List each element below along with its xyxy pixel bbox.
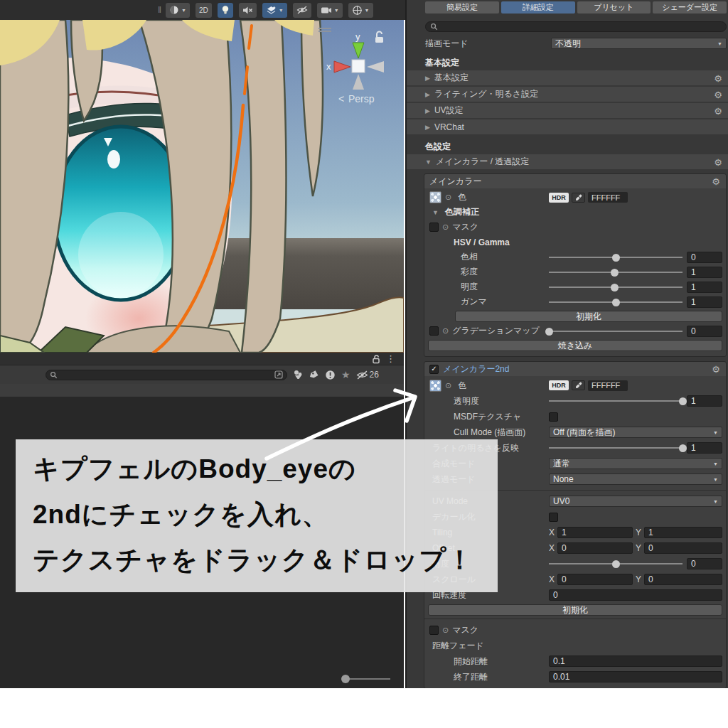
row-alpha-2nd-slider[interactable] [549, 395, 682, 407]
toolbar-drag-handle[interactable]: ‖ [158, 5, 160, 15]
camera-settings-button[interactable]: ▼ [317, 3, 343, 18]
row-saturation-slider[interactable] [549, 267, 682, 278]
row-offset-y-field[interactable]: 0 [644, 542, 722, 554]
row-light-brightness-value[interactable]: 1 [687, 442, 722, 454]
row-msdf-texture-checkbox[interactable] [549, 412, 558, 422]
row-offset-x-field[interactable]: 0 [557, 542, 633, 554]
row-gradation-map-value[interactable]: 0 [687, 326, 722, 337]
main-color-2nd-checkbox[interactable]: ✓ [429, 365, 439, 374]
row-angle-value[interactable]: 0 [687, 558, 722, 569]
row-fade-end-field[interactable]: 0.01 [549, 671, 722, 682]
main-color-foldout[interactable]: ▼ メインカラー / 透過設定 ⚙ [407, 154, 728, 169]
scene-lighting-button[interactable] [218, 3, 233, 18]
gear-icon[interactable]: ⚙ [714, 73, 722, 82]
hierarchy-search-input[interactable] [60, 370, 272, 379]
texture-thumbnail[interactable] [429, 191, 441, 203]
row-rotation-speed-field[interactable]: 0 [549, 589, 722, 601]
foldout-base-settings[interactable]: ▶基本設定⚙ [407, 70, 728, 85]
row-mask-2nd-checkbox[interactable] [429, 626, 439, 635]
hdr-button[interactable]: HDR [549, 193, 569, 203]
row-light-brightness-slider[interactable] [549, 442, 682, 454]
hdr-button[interactable]: HDR [549, 380, 569, 390]
row-tone-mask-checkbox[interactable] [429, 223, 439, 232]
main-color-header[interactable]: メインカラー ⚙ [424, 174, 726, 188]
slider-track[interactable] [549, 447, 682, 449]
expand-search-icon[interactable] [274, 370, 283, 379]
gear-icon[interactable]: ⚙ [714, 106, 722, 115]
gizmos-button[interactable]: ▼ [348, 3, 373, 18]
tab-2[interactable]: 詳細設定 [501, 1, 575, 14]
row-transparent-mode-dropdown[interactable]: None▼ [549, 473, 722, 485]
eyedropper-button[interactable] [572, 380, 585, 390]
rendering-mode-dropdown[interactable]: 不透明 ▼ [551, 38, 727, 49]
hidden-objects-button[interactable] [293, 3, 311, 18]
main-color-2nd-header[interactable]: ✓ メインカラー2nd ⚙ [424, 362, 726, 376]
slider-track[interactable] [549, 331, 682, 332]
slider-knob[interactable] [611, 284, 619, 291]
gear-icon[interactable]: ⚙ [712, 365, 720, 374]
gear-icon[interactable]: ⚙ [714, 90, 722, 99]
slider-knob[interactable] [679, 444, 687, 452]
row-hue-value[interactable]: 0 [687, 252, 722, 263]
mini-slider-track[interactable] [346, 678, 390, 680]
slider-knob[interactable] [612, 299, 620, 306]
row-tiling-y-field[interactable]: 1 [644, 527, 722, 538]
foldout-vrchat[interactable]: ▶VRChat [407, 119, 728, 134]
eyedropper-button[interactable] [572, 193, 585, 203]
gear-icon[interactable]: ⚙ [712, 177, 720, 186]
hex-color-field[interactable]: FFFFFF [588, 380, 628, 391]
inspector-search-input[interactable] [441, 23, 722, 31]
favorites-button[interactable]: ★ [341, 369, 350, 380]
row-brightness-slider[interactable] [549, 282, 682, 293]
slider-knob[interactable] [679, 397, 687, 405]
tab-4[interactable]: シェーダー設定 [653, 1, 727, 14]
row-fade-start-field[interactable]: 0.1 [549, 655, 722, 667]
lock-icon[interactable] [372, 355, 381, 364]
foldout-uv-settings[interactable]: ▶UV設定⚙ [407, 103, 728, 118]
row-brightness-value[interactable]: 1 [687, 282, 722, 293]
row-cull-mode-dropdown[interactable]: Off (両面を描画)▼ [549, 427, 722, 438]
row-uv-mode-dropdown[interactable]: UV0▼ [549, 496, 722, 507]
slider-knob[interactable] [612, 560, 620, 568]
filter-by-label-button[interactable] [309, 370, 319, 380]
row-alpha-2nd-value[interactable]: 1 [687, 395, 722, 407]
hierarchy-search[interactable] [46, 370, 287, 380]
effects-toggle-button[interactable]: ▼ [262, 3, 287, 18]
tab-3[interactable]: プリセット [577, 1, 651, 14]
row-scroll-y-field[interactable]: 0 [644, 574, 722, 585]
gear-icon[interactable]: ⚙ [714, 157, 722, 166]
inspector-search[interactable] [425, 21, 727, 32]
slider-knob[interactable] [545, 328, 553, 336]
slider-track[interactable] [549, 400, 682, 402]
row-bake-button[interactable]: 焼き込み [428, 340, 722, 351]
row-tiling-x-field[interactable]: 1 [557, 527, 633, 538]
row-hue-slider[interactable] [549, 252, 682, 263]
row-brightness-label: 明度 [461, 281, 478, 293]
row-gamma-slider[interactable] [549, 296, 682, 308]
filter-by-type-button[interactable] [293, 370, 304, 380]
foldout-lighting-settings[interactable]: ▶ライティング・明るさ設定⚙ [407, 87, 728, 102]
row-blend-mode-dropdown[interactable]: 通常▼ [549, 458, 722, 469]
row-reset-hsv-button[interactable]: 初期化 [455, 311, 722, 322]
row-tone-correction[interactable]: ▼色調補正 [427, 205, 724, 220]
row-decal-checkbox[interactable] [549, 513, 558, 522]
console-alert-button[interactable] [325, 370, 336, 380]
tab-1[interactable]: 簡易設定 [425, 1, 499, 14]
slider-knob[interactable] [611, 269, 619, 277]
shading-mode-button[interactable]: ▼ [166, 3, 190, 18]
slider-knob[interactable] [612, 254, 620, 262]
scene-visibility-counter[interactable]: 26 [356, 370, 379, 380]
row-angle-slider[interactable] [549, 558, 682, 569]
row-gradation-map-checkbox[interactable] [429, 326, 439, 336]
scene-viewport[interactable]: y x < Persp [0, 20, 404, 353]
row-gradation-map-slider[interactable] [549, 326, 682, 337]
kebab-menu-icon[interactable]: ⋮ [386, 353, 395, 364]
audio-toggle-button[interactable] [239, 3, 257, 18]
row-gamma-value[interactable]: 1 [687, 296, 722, 308]
row-scroll-x-field[interactable]: 0 [557, 574, 633, 585]
mini-slider-knob[interactable] [341, 675, 350, 683]
hex-color-field[interactable]: FFFFFF [588, 192, 628, 203]
row-saturation-value[interactable]: 1 [687, 267, 722, 278]
2d-toggle-button[interactable]: 2D [196, 3, 212, 18]
row-reset-2nd-button[interactable]: 初期化 [428, 604, 722, 616]
